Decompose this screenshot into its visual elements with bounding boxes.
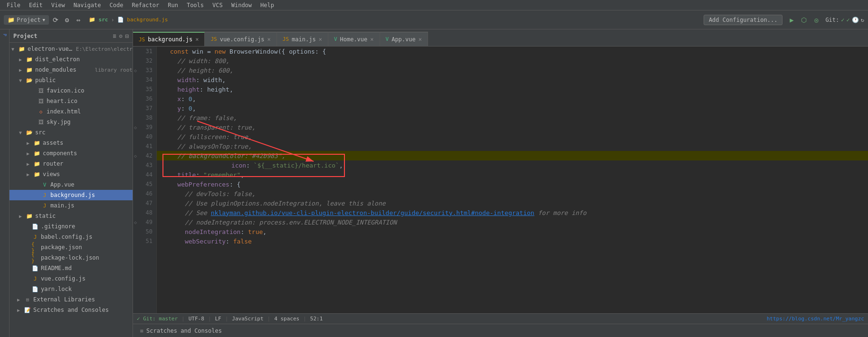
tabs-bar: JS background.js × JS vue.config.js × JS… bbox=[133, 29, 868, 47]
tab-vue-config-close[interactable]: × bbox=[267, 36, 271, 43]
tree-item-gitignore[interactable]: 📄 .gitignore bbox=[10, 221, 133, 232]
tab-home-vue-close[interactable]: × bbox=[370, 36, 373, 43]
assets-label: assets bbox=[43, 140, 133, 146]
tree-item-public[interactable]: ▼ 📂 public bbox=[10, 75, 133, 85]
tree-item-readme[interactable]: 📄 README.md bbox=[10, 263, 133, 273]
code-31-bw: BrowserWindow bbox=[226, 48, 278, 55]
project-selector[interactable]: 📁 Project ▼ bbox=[4, 15, 49, 25]
code-line-41: // alwaysOnTop:true, bbox=[157, 141, 868, 151]
tree-item-static[interactable]: ▶ 📁 static bbox=[10, 211, 133, 221]
code-line-39: // transparent: true, bbox=[157, 122, 868, 132]
tree-item-sky[interactable]: 🖼 sky.jpg bbox=[10, 117, 133, 127]
line-num-43: 43 bbox=[133, 160, 156, 170]
code-content[interactable]: const win = new BrowserWindow({ options:… bbox=[157, 47, 868, 313]
tree-item-vue-config[interactable]: J vue.config.js bbox=[10, 273, 133, 284]
tab-background-js-label: background.js bbox=[148, 36, 192, 43]
code-40-cmt: // fullscreen: true, bbox=[162, 133, 252, 140]
tree-header-icon2[interactable]: ⚙ bbox=[119, 33, 123, 39]
tree-item-views[interactable]: ▶ 📁 views bbox=[10, 169, 133, 179]
debug-button[interactable]: ⬡ bbox=[799, 15, 809, 25]
git-refresh-icon: ↻ bbox=[861, 17, 864, 23]
tab-main-js-close[interactable]: × bbox=[319, 36, 322, 43]
tab-app-vue-icon: V bbox=[386, 36, 389, 42]
vue-config-icon: J bbox=[31, 275, 39, 282]
tree-item-package-lock[interactable]: { } package-lock.json bbox=[10, 253, 133, 263]
router-icon: 📁 bbox=[33, 160, 41, 168]
breadcrumb-file: 📄 background.js bbox=[117, 17, 168, 23]
line-num-50: 50 bbox=[133, 227, 156, 236]
menu-run[interactable]: Run bbox=[164, 1, 182, 9]
menu-vcs[interactable]: VCS bbox=[209, 1, 227, 9]
line-num-33: ◇33 bbox=[133, 66, 156, 75]
main-js-icon: J bbox=[41, 202, 48, 209]
code-33-cmt: // height: 600, bbox=[162, 67, 233, 74]
line-num-46: 46 bbox=[133, 189, 156, 198]
menu-navigate[interactable]: Navigate bbox=[70, 1, 105, 9]
tree-item-dist-electron[interactable]: ▶ 📁 dist_electron bbox=[10, 54, 133, 65]
tree-item-heart[interactable]: 🖼 heart.ico bbox=[10, 96, 133, 106]
tree-item-main-js[interactable]: J main.js bbox=[10, 200, 133, 211]
code-43-boxed: icon: `${__static}/heart.ico`, bbox=[162, 154, 345, 177]
tree-item-package-json[interactable]: { } package.json bbox=[10, 242, 133, 253]
tab-background-js[interactable]: JS background.js × bbox=[133, 32, 205, 46]
code-45-pref: webPreferences bbox=[177, 181, 229, 188]
tree-item-assets[interactable]: ▶ 📁 assets bbox=[10, 138, 133, 148]
tree-item-external-libs[interactable]: ▶ ⊞ External Libraries bbox=[10, 294, 133, 305]
tree-header-icon3[interactable]: ⊟ bbox=[125, 33, 129, 39]
code-43-tmpl: `${__static}/heart.ico` bbox=[254, 162, 339, 169]
dist-electron-icon: 📁 bbox=[26, 56, 33, 63]
tree-item-background-js[interactable]: J background.js bbox=[10, 190, 133, 200]
menu-file[interactable]: File bbox=[3, 1, 24, 9]
tree-item-app-vue[interactable]: V App.vue bbox=[10, 179, 133, 190]
run-button[interactable]: ▶ bbox=[786, 15, 797, 25]
tree-item-src[interactable]: ▼ 📂 src bbox=[10, 127, 133, 138]
settings-icon[interactable]: ⚙ bbox=[62, 15, 72, 25]
tree-arrow-external: ▶ bbox=[17, 297, 24, 302]
tree-item-babel-config[interactable]: J babel.config.js bbox=[10, 232, 133, 242]
tree-item-yarn-lock[interactable]: 📄 yarn.lock bbox=[10, 284, 133, 294]
project-strip-icon[interactable]: P bbox=[1, 31, 9, 39]
status-line-col: 52:1 bbox=[310, 316, 323, 322]
tab-main-js[interactable]: JS main.js × bbox=[277, 32, 328, 46]
cover-button[interactable]: ◎ bbox=[811, 15, 821, 25]
tab-home-vue[interactable]: V Home.vue × bbox=[328, 32, 380, 46]
menu-code[interactable]: Code bbox=[106, 1, 127, 9]
tree-item-router[interactable]: ▶ 📁 router bbox=[10, 159, 133, 169]
menu-view[interactable]: View bbox=[48, 1, 69, 9]
tab-main-js-label: main.js bbox=[292, 36, 316, 43]
tree-header-icon1[interactable]: ≡ bbox=[113, 33, 116, 39]
status-separator3: | bbox=[225, 316, 229, 322]
add-configuration-button[interactable]: Add Configuration... bbox=[704, 15, 783, 25]
scratches-consoles-label[interactable]: Scratches and Consoles bbox=[146, 328, 222, 334]
components-label: components bbox=[43, 150, 133, 157]
code-31-rest: ({ options: { bbox=[278, 48, 326, 55]
tab-app-vue-close[interactable]: × bbox=[419, 36, 422, 43]
menu-refactor[interactable]: Refactor bbox=[128, 1, 163, 9]
tab-vue-config-js[interactable]: JS vue.config.js × bbox=[205, 32, 277, 46]
menu-help[interactable]: Help bbox=[257, 1, 278, 9]
tab-app-vue[interactable]: V App.vue × bbox=[380, 32, 428, 46]
code-editor[interactable]: 31 32 ◇33 34 35 36 37 38 ◇39 40 41 bbox=[133, 47, 868, 313]
sync-icon[interactable]: ⟳ bbox=[51, 15, 60, 25]
git-clock-icon: 🕐 bbox=[852, 17, 859, 23]
code-36-colon: : bbox=[181, 95, 189, 103]
menu-tools[interactable]: Tools bbox=[183, 1, 208, 9]
status-separator5: | bbox=[303, 316, 306, 322]
tree-item-index-html[interactable]: ◇ index.html bbox=[10, 106, 133, 117]
tree-item-node-modules[interactable]: ▶ 📁 node_modules library root bbox=[10, 65, 133, 75]
expand-icon[interactable]: ⇔ bbox=[74, 15, 83, 25]
menu-window[interactable]: Window bbox=[228, 1, 256, 9]
tree-item-project-root[interactable]: ▼ 📁 electron-vue-demo E:\Electron\electr bbox=[10, 44, 133, 54]
tab-background-js-close[interactable]: × bbox=[195, 36, 199, 43]
tree-item-scratches[interactable]: ▶ 📝 Scratches and Consoles bbox=[10, 305, 133, 315]
tree-item-components[interactable]: ▶ 📁 components bbox=[10, 148, 133, 159]
bottom-icon-bars[interactable]: ≡ bbox=[137, 326, 146, 336]
breadcrumb-src: 📁 src bbox=[89, 17, 108, 23]
views-icon: 📁 bbox=[33, 170, 41, 178]
tree-item-favicon[interactable]: 🖼 favicon.ico bbox=[10, 85, 133, 96]
fold-marker-49: ◇ bbox=[134, 220, 137, 225]
line-num-31: 31 bbox=[133, 47, 156, 56]
babel-config-icon: J bbox=[31, 233, 39, 241]
code-line-47: // Use pluginOptions.nodeIntegration, le… bbox=[157, 198, 868, 208]
menu-edit[interactable]: Edit bbox=[25, 1, 47, 9]
